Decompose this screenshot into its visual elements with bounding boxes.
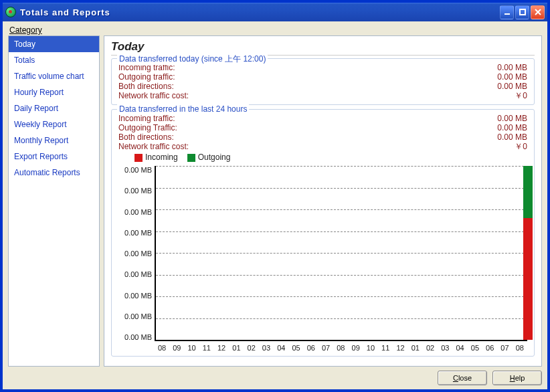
close-dialog-button[interactable]: Close xyxy=(438,371,487,385)
sidebar-item-export-reports[interactable]: Export Reports xyxy=(9,149,99,165)
row-value: 0.00 MB xyxy=(497,132,527,142)
x-tick: 04 xyxy=(274,344,288,352)
row-value: 0.00 MB xyxy=(497,82,527,91)
svg-rect-1 xyxy=(520,9,525,15)
chart: 0.00 MB 0.00 MB 0.00 MB 0.00 MB 0.00 MB … xyxy=(118,166,527,352)
help-button[interactable]: Help xyxy=(492,371,542,385)
row-label: Outgoing traffic: xyxy=(118,72,175,82)
category-sidebar: Today Totals Traffic volume chart Hourly… xyxy=(8,35,100,367)
y-tick: 0.00 MB xyxy=(121,333,152,341)
legend-label: Outgoing xyxy=(198,153,231,162)
x-tick: 08 xyxy=(513,344,527,352)
group-legend: Data transferred in the last 24 hours xyxy=(117,104,249,114)
x-tick: 01 xyxy=(408,344,423,352)
x-tick: 11 xyxy=(378,344,393,352)
x-tick: 10 xyxy=(185,344,199,352)
row-label: Outgoing Traffic: xyxy=(118,123,177,132)
legend-label: Incoming xyxy=(145,153,178,162)
x-tick: 06 xyxy=(482,344,497,352)
row-value: 0.00 MB xyxy=(497,123,527,132)
y-tick: 0.00 MB xyxy=(121,270,152,278)
x-axis: 0809101112010203040506070809101112010203… xyxy=(155,341,527,352)
minimize-button[interactable] xyxy=(500,5,514,19)
row-value: 0.00 MB xyxy=(497,114,527,123)
x-tick: 11 xyxy=(199,344,214,352)
x-tick: 03 xyxy=(259,344,274,352)
group-transferred-today: Data transferred today (since 上午 12:00) … xyxy=(111,58,535,105)
maximize-button[interactable] xyxy=(515,5,529,19)
row-label: Network traffic cost: xyxy=(118,142,189,151)
legend-swatch-incoming xyxy=(134,154,143,162)
y-tick: 0.00 MB xyxy=(121,229,152,237)
y-tick: 0.00 MB xyxy=(121,187,152,195)
group-last-24h: Data transferred in the last 24 hours In… xyxy=(111,109,535,357)
row-label: Both directions: xyxy=(118,132,174,142)
y-tick: 0.00 MB xyxy=(121,292,152,300)
app-icon xyxy=(5,7,16,17)
x-tick: 06 xyxy=(304,344,318,352)
x-tick: 01 xyxy=(229,344,244,352)
sidebar-item-weekly-report[interactable]: Weekly Report xyxy=(9,116,99,132)
row-value: 0.00 MB xyxy=(497,63,527,72)
window-title: Totals and Reports xyxy=(20,7,500,17)
x-tick: 07 xyxy=(318,344,333,352)
sidebar-item-hourly-report[interactable]: Hourly Report xyxy=(9,84,99,100)
titlebar: Totals and Reports xyxy=(3,3,547,21)
x-tick: 02 xyxy=(244,344,259,352)
group-legend: Data transferred today (since 上午 12:00) xyxy=(117,54,268,65)
legend-swatch-outgoing xyxy=(187,154,195,162)
x-tick: 10 xyxy=(363,344,378,352)
x-tick: 05 xyxy=(289,344,304,352)
close-button[interactable] xyxy=(531,5,545,19)
plot-area xyxy=(155,166,527,341)
sidebar-item-daily-report[interactable]: Daily Report xyxy=(9,100,99,116)
y-tick: 0.00 MB xyxy=(121,166,152,174)
y-tick: 0.00 MB xyxy=(121,312,152,320)
x-tick: 09 xyxy=(349,344,363,352)
row-label: Both directions: xyxy=(118,82,174,91)
x-tick: 02 xyxy=(423,344,438,352)
row-label: Incoming traffic: xyxy=(118,114,175,123)
chart-legend: Incoming Outgoing xyxy=(118,151,527,166)
x-tick: 08 xyxy=(333,344,348,352)
row-value: 0.00 MB xyxy=(497,72,527,82)
row-value: ￥0 xyxy=(515,91,527,100)
x-tick: 09 xyxy=(169,344,184,352)
sidebar-item-traffic-volume-chart[interactable]: Traffic volume chart xyxy=(9,68,99,84)
x-tick: 03 xyxy=(438,344,452,352)
row-label: Network traffic cost: xyxy=(118,91,189,100)
x-tick: 05 xyxy=(468,344,482,352)
x-tick: 08 xyxy=(155,344,169,352)
x-tick: 12 xyxy=(393,344,408,352)
row-value: ￥0 xyxy=(515,142,527,151)
x-tick: 12 xyxy=(214,344,229,352)
x-tick: 07 xyxy=(497,344,512,352)
svg-rect-0 xyxy=(505,13,510,15)
y-tick: 0.00 MB xyxy=(121,250,152,258)
main-panel: Today Data transferred today (since 上午 1… xyxy=(104,35,542,367)
y-axis: 0.00 MB 0.00 MB 0.00 MB 0.00 MB 0.00 MB … xyxy=(121,166,155,341)
sidebar-item-monthly-report[interactable]: Monthly Report xyxy=(9,132,99,149)
sidebar-item-today[interactable]: Today xyxy=(9,36,99,52)
category-label: Category xyxy=(9,25,542,35)
x-tick: 04 xyxy=(453,344,468,352)
y-tick: 0.00 MB xyxy=(121,208,152,216)
sidebar-item-totals[interactable]: Totals xyxy=(9,52,99,68)
sidebar-item-automatic-reports[interactable]: Automatic Reports xyxy=(9,165,99,181)
last-bar xyxy=(523,166,533,340)
